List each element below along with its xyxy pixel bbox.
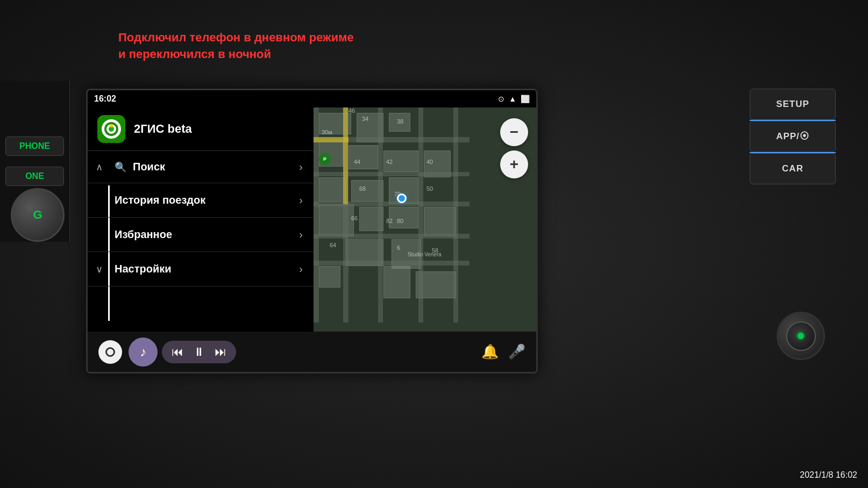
zoom-controls: − + bbox=[500, 118, 528, 178]
setup-button[interactable]: SETUP bbox=[750, 89, 836, 120]
map-number-44: 44 bbox=[354, 159, 360, 165]
menu-item-settings[interactable]: ∨ Настройки › bbox=[88, 252, 314, 286]
map-area[interactable]: 30м 34 38 44 42 40 68 50 70 66 82 80 64 … bbox=[314, 107, 536, 332]
favorites-chevron: › bbox=[299, 228, 303, 241]
menu-item-search[interactable]: ∧ 🔍 Поиск › bbox=[88, 151, 314, 183]
map-building bbox=[383, 266, 410, 298]
settings-label: Настройки bbox=[115, 263, 299, 275]
map-number-64: 64 bbox=[330, 242, 336, 248]
map-road bbox=[314, 261, 469, 265]
history-label: История поездок bbox=[115, 194, 299, 206]
collapse-icon: ∧ bbox=[96, 161, 103, 173]
map-road bbox=[314, 172, 469, 176]
zoom-out-button[interactable]: − bbox=[500, 118, 528, 146]
home-button[interactable] bbox=[98, 340, 122, 364]
map-number-80: 80 bbox=[397, 218, 403, 224]
status-icons: ⊙ ▲ ⬜ bbox=[498, 95, 530, 103]
map-road-v bbox=[453, 107, 458, 322]
next-button[interactable]: ⏭ bbox=[215, 345, 226, 359]
right-knob-inner bbox=[786, 321, 816, 351]
app-name: 2ГИС beta bbox=[134, 122, 192, 136]
one-button[interactable]: ONE bbox=[5, 167, 64, 186]
down-arrow-icon: ∨ bbox=[96, 263, 103, 275]
map-number-50: 50 bbox=[426, 185, 433, 192]
home-button-inner bbox=[105, 347, 115, 357]
timestamp: 2021/1/8 16:02 bbox=[800, 470, 857, 480]
map-building bbox=[424, 207, 456, 236]
mic-button[interactable]: 🎤 bbox=[508, 343, 525, 360]
map-building bbox=[319, 266, 340, 288]
app-button[interactable]: APP/⦿ bbox=[750, 121, 836, 152]
gas-station-icon: P bbox=[319, 153, 331, 165]
nav-icon: ⊙ bbox=[498, 95, 504, 103]
map-number-42: 42 bbox=[386, 159, 393, 165]
map-number-38: 38 bbox=[397, 118, 403, 125]
menu-item-favorites[interactable]: Избранное › bbox=[88, 218, 314, 252]
right-panel: SETUP APP/⦿ CAR bbox=[750, 89, 836, 184]
phone-button[interactable]: PHONE bbox=[5, 137, 64, 156]
right-knob-indicator bbox=[798, 333, 804, 339]
map-number-40: 40 bbox=[426, 159, 433, 165]
map-building bbox=[319, 204, 354, 236]
music-app-button[interactable]: ♪ bbox=[129, 338, 158, 367]
map-number-68: 68 bbox=[359, 185, 366, 192]
search-label: Поиск bbox=[133, 161, 299, 173]
search-icon: 🔍 bbox=[115, 161, 126, 173]
music-note-icon: ♪ bbox=[140, 345, 146, 360]
app-logo-inner bbox=[102, 119, 121, 139]
search-chevron: › bbox=[299, 161, 303, 173]
svg-point-3 bbox=[110, 124, 113, 127]
notification-button[interactable]: 🔔 bbox=[481, 343, 499, 360]
car-button[interactable]: CAR bbox=[750, 153, 836, 184]
map-number-6: 6 bbox=[397, 245, 400, 251]
settings-chevron: › bbox=[299, 263, 303, 275]
map-road-v bbox=[418, 107, 423, 322]
zoom-in-button[interactable]: + bbox=[500, 150, 528, 178]
map-number-label: 30м bbox=[322, 129, 332, 135]
pause-button[interactable]: ⏸ bbox=[193, 345, 205, 359]
map-building bbox=[389, 207, 418, 228]
status-time: 16:02 bbox=[94, 94, 116, 104]
map-number-46: 46 bbox=[348, 107, 355, 114]
map-road-v bbox=[378, 107, 383, 322]
prev-button[interactable]: ⏮ bbox=[172, 345, 183, 359]
signal-icon: ▲ bbox=[509, 95, 516, 103]
map-building bbox=[319, 177, 346, 202]
map-number-82: 82 bbox=[386, 218, 393, 224]
music-controls: ⏮ ⏸ ⏭ bbox=[162, 341, 236, 363]
menu-item-history[interactable]: История поездок › bbox=[88, 183, 314, 218]
battery-icon: ⬜ bbox=[521, 95, 530, 103]
map-building bbox=[348, 145, 378, 169]
mic-icon: 🎤 bbox=[508, 343, 525, 360]
map-road bbox=[314, 234, 469, 239]
app-logo bbox=[97, 115, 125, 143]
annotation-line2: и переключился в ночной bbox=[118, 46, 354, 63]
bell-icon: 🔔 bbox=[481, 343, 499, 360]
map-number-34: 34 bbox=[362, 116, 368, 122]
status-bar: 16:02 ⊙ ▲ ⬜ bbox=[88, 90, 536, 107]
studio-venera-label: Studio Venera bbox=[408, 252, 442, 257]
annotation-text: Подключил телефон в дневном режиме и пер… bbox=[118, 30, 354, 63]
map-number-66: 66 bbox=[351, 215, 358, 221]
app-logo-svg bbox=[104, 121, 119, 137]
yellow-road-h bbox=[314, 137, 348, 142]
yellow-road bbox=[343, 107, 348, 204]
left-knob[interactable] bbox=[11, 188, 65, 242]
app-header: 2ГИС beta bbox=[88, 107, 314, 151]
map-road bbox=[314, 202, 469, 206]
annotation-line1: Подключил телефон в дневном режиме bbox=[118, 30, 354, 46]
current-location-dot bbox=[397, 193, 407, 203]
history-chevron: › bbox=[299, 194, 303, 206]
nav-drawer: 2ГИС beta ∧ 🔍 Поиск › История поездок › … bbox=[88, 107, 314, 332]
favorites-label: Избранное bbox=[115, 228, 299, 241]
bottom-bar: ♪ ⏮ ⏸ ⏭ 🔔 🎤 bbox=[88, 332, 536, 372]
infotainment-screen: 16:02 ⊙ ▲ ⬜ 2ГИС beta bbox=[86, 89, 538, 374]
right-knob[interactable] bbox=[777, 312, 825, 360]
